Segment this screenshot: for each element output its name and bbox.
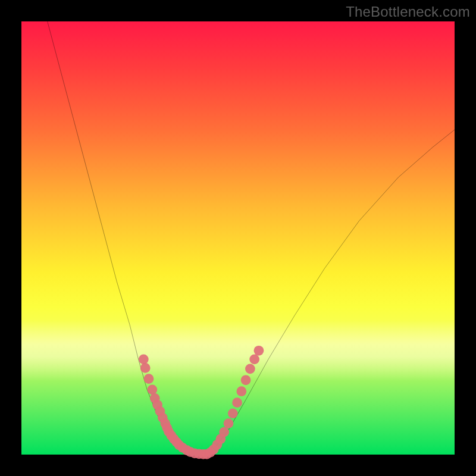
right-dots-point bbox=[254, 346, 264, 356]
left-dots-point bbox=[144, 374, 154, 384]
right-dots-point bbox=[232, 397, 242, 408]
right-dots-point bbox=[228, 408, 238, 418]
watermark-text: TheBottleneck.com bbox=[346, 4, 470, 20]
right-dots-point bbox=[249, 354, 259, 364]
left-curve bbox=[48, 21, 182, 452]
left-dots-point bbox=[147, 384, 157, 394]
left-dots-point bbox=[140, 363, 151, 373]
curves-svg bbox=[21, 21, 455, 455]
right-dots-point bbox=[219, 427, 229, 437]
plot-area bbox=[21, 21, 455, 455]
left-dots-point bbox=[139, 354, 149, 364]
right-dots-point bbox=[224, 418, 234, 428]
right-dots-point bbox=[245, 364, 255, 374]
right-curve bbox=[208, 130, 455, 452]
right-dots-point bbox=[241, 375, 251, 385]
right-dots-point bbox=[236, 386, 246, 396]
chart-frame: TheBottleneck.com bbox=[0, 0, 476, 476]
